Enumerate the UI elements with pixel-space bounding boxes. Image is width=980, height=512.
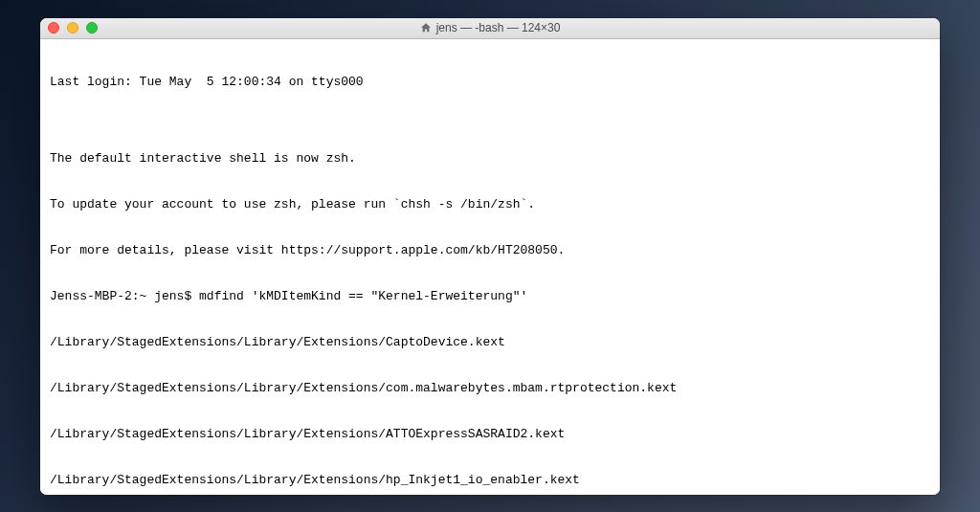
terminal-body[interactable]: Last login: Tue May 5 12:00:34 on ttys00…: [40, 39, 940, 495]
titlebar[interactable]: jens — -bash — 124×30: [40, 18, 940, 39]
output-line: /Library/StagedExtensions/Library/Extens…: [50, 335, 930, 350]
zsh-notice-line: To update your account to use zsh, pleas…: [50, 197, 930, 212]
home-icon: [420, 22, 432, 33]
last-login-line: Last login: Tue May 5 12:00:34 on ttys00…: [50, 75, 930, 90]
output-line: /Library/StagedExtensions/Library/Extens…: [50, 381, 930, 396]
output-line: /Library/StagedExtensions/Library/Extens…: [50, 473, 930, 488]
traffic-lights: [48, 22, 98, 33]
command-line: Jenss-MBP-2:~ jens$ mdfind 'kMDItemKind …: [50, 289, 930, 304]
output-line: /Library/StagedExtensions/Library/Extens…: [50, 427, 930, 442]
minimize-button[interactable]: [67, 22, 78, 33]
close-button[interactable]: [48, 22, 59, 33]
window-title: jens — -bash — 124×30: [436, 21, 561, 34]
zsh-notice-line: For more details, please visit https://s…: [50, 243, 930, 258]
maximize-button[interactable]: [86, 22, 98, 33]
window-title-container: jens — -bash — 124×30: [48, 21, 932, 34]
zsh-notice-line: The default interactive shell is now zsh…: [50, 151, 930, 167]
terminal-window: jens — -bash — 124×30 Last login: Tue Ma…: [40, 18, 940, 495]
